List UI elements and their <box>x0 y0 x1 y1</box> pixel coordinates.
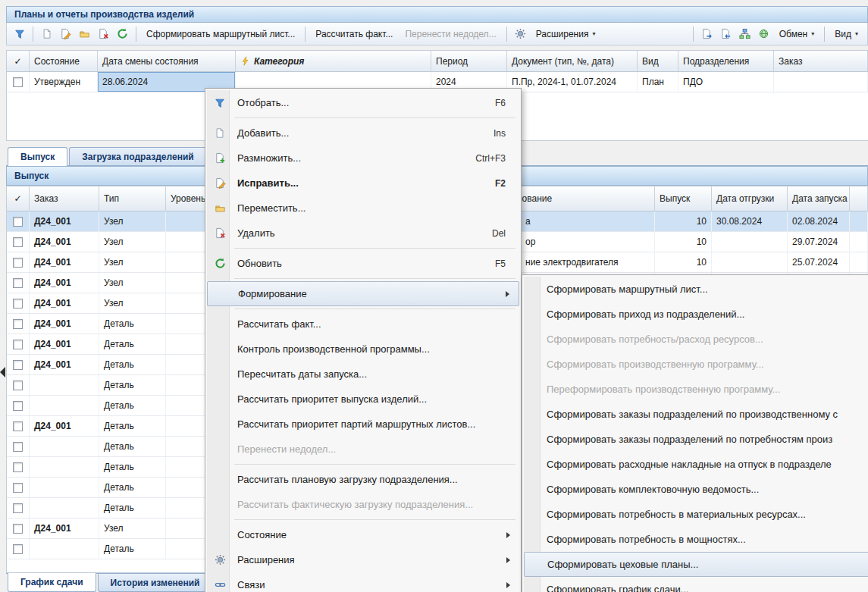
column-header-document[interactable]: Документ (тип, №, дата) <box>507 51 638 71</box>
row-select-cell[interactable] <box>7 457 30 477</box>
menu-item-peremestit[interactable]: Переместить... <box>207 196 519 221</box>
make-route-sheet-button[interactable]: Сформировать маршрутный лист... <box>141 26 300 42</box>
row-checkbox[interactable] <box>13 421 23 431</box>
row-select-cell[interactable] <box>7 314 30 334</box>
import-document-icon[interactable] <box>717 26 735 42</box>
row-checkbox[interactable] <box>13 237 23 247</box>
row-select-cell[interactable] <box>7 252 30 272</box>
menu-item-svyazi[interactable]: Связи <box>207 572 519 592</box>
submenu-item-potrebnost-moshchnosti[interactable]: Сформировать потребность в мощностях... <box>524 527 868 552</box>
row-checkbox[interactable] <box>13 524 23 534</box>
refresh-icon[interactable] <box>114 26 131 42</box>
row-select-cell[interactable] <box>7 273 30 293</box>
menu-separator <box>234 464 515 465</box>
view-button[interactable]: Вид ▾ <box>829 26 863 42</box>
calc-fact-button[interactable]: Рассчитать факт... <box>310 26 398 42</box>
column-header-category[interactable]: Категория <box>236 51 431 71</box>
tab-vypusk[interactable]: Выпуск <box>8 147 67 166</box>
column-header-ship-date[interactable]: Дата отгрузки <box>712 186 788 211</box>
menu-item-formirovanie[interactable]: Формирование <box>207 281 519 306</box>
row-select-cell[interactable] <box>7 518 30 538</box>
submenu-item-potrebnost-materialnye-resursy[interactable]: Сформировать потребность в материальных … <box>524 502 868 527</box>
menu-item-obnovit[interactable]: Обновить F5 <box>207 251 519 276</box>
row-select-cell[interactable] <box>7 211 30 231</box>
row-checkbox[interactable] <box>13 503 23 513</box>
splitter-collapse-arrow[interactable] <box>0 367 5 377</box>
tab-grafik-sdachi[interactable]: График сдачи <box>8 573 96 592</box>
export-document-icon[interactable] <box>698 26 716 42</box>
row-checkbox[interactable] <box>13 442 23 452</box>
row-checkbox[interactable] <box>13 544 23 554</box>
tab-istoriya-izmeneniy[interactable]: История изменений <box>98 574 212 592</box>
menu-item-sostoyanie[interactable]: Состояние <box>207 522 519 547</box>
row-checkbox[interactable] <box>13 278 23 288</box>
column-header-type[interactable]: Тип <box>99 186 166 211</box>
row-select-cell[interactable] <box>7 72 30 92</box>
row-select-cell[interactable] <box>7 437 30 456</box>
column-header-state[interactable]: Состояние <box>30 51 98 71</box>
row-checkbox[interactable] <box>13 360 23 370</box>
row-select-cell[interactable] <box>7 416 30 436</box>
row-select-cell[interactable] <box>7 293 30 313</box>
add-document-icon[interactable] <box>38 26 55 42</box>
menu-item-rasshireniya[interactable]: Расширения <box>207 547 519 572</box>
exchange-globe-icon[interactable] <box>755 26 772 42</box>
row-checkbox[interactable] <box>13 401 23 411</box>
submenu-item-tsehovye-plany[interactable]: Сформировать цеховые планы... <box>524 552 868 577</box>
submenu-item-grafik-sdachi[interactable]: Сформировать график сдачи... <box>524 577 868 592</box>
row-select-cell[interactable] <box>7 375 30 395</box>
menu-item-ispravit[interactable]: Исправить... F2 <box>207 171 519 196</box>
row-checkbox[interactable] <box>13 217 23 227</box>
column-header-kind[interactable]: Вид <box>638 51 678 71</box>
submenu-item-marshrutny-list[interactable]: Сформировать маршрутный лист... <box>524 277 868 302</box>
row-checkbox[interactable] <box>13 299 23 309</box>
menu-item-prioritet-partiy[interactable]: Рассчитать приоритет партий маршрутных л… <box>207 412 519 437</box>
row-select-cell[interactable] <box>7 334 30 354</box>
edit-document-icon[interactable] <box>57 26 74 42</box>
row-checkbox[interactable] <box>13 319 23 329</box>
column-header-launch-date[interactable]: Дата запуска <box>788 186 850 211</box>
row-checkbox[interactable] <box>13 340 23 349</box>
row-select-cell[interactable] <box>7 539 30 559</box>
submenu-item-zakazy-po-potrebnostyam[interactable]: Сформировать заказы подразделений по пот… <box>524 427 868 452</box>
submenu-item-komplektovochnaya-vedomost[interactable]: Сформировать комплектовочную ведомость..… <box>524 477 868 502</box>
menu-item-rasschitat-fakt[interactable]: Рассчитать факт... <box>207 312 519 337</box>
move-folder-icon[interactable] <box>76 26 93 42</box>
menu-item-pereschitat-daty[interactable]: Пересчитать даты запуска... <box>207 362 519 387</box>
row-select-cell[interactable] <box>7 232 30 252</box>
menu-item-udalit[interactable]: Удалить Del <box>207 221 519 246</box>
submenu-item-zakazy-po-proizvodstvennomu[interactable]: Сформировать заказы подразделений по про… <box>524 402 868 427</box>
menu-item-otobrat[interactable]: Отобрать... F6 <box>207 90 519 115</box>
menu-item-razmnozhit[interactable]: Размножить... Ctrl+F3 <box>207 146 519 171</box>
extensions-button[interactable]: Расширения ▾ <box>531 26 601 42</box>
column-header-output[interactable]: Выпуск <box>655 186 712 211</box>
submenu-item-rashodnye-nakladnye[interactable]: Сформировать расходные накладные на отпу… <box>524 452 868 477</box>
menu-item-dobavit[interactable]: Добавить... Ins <box>207 121 519 146</box>
filter-icon[interactable] <box>11 26 28 42</box>
delete-document-icon[interactable] <box>95 26 112 42</box>
column-header-order[interactable]: Заказ <box>30 186 99 211</box>
column-header-check[interactable]: ✓ <box>7 51 30 71</box>
column-header-period[interactable]: Период <box>431 51 507 71</box>
menu-item-planovaya-zagruzka[interactable]: Рассчитать плановую загрузку подразделен… <box>207 467 519 492</box>
extensions-gear-icon[interactable] <box>512 26 529 42</box>
structure-icon[interactable] <box>736 26 754 42</box>
menu-item-prioritet-vypuska[interactable]: Рассчитать приоритет выпуска изделий... <box>207 387 519 412</box>
row-checkbox[interactable] <box>13 462 23 472</box>
column-header-departments[interactable]: Подразделения <box>678 51 774 71</box>
row-checkbox[interactable] <box>13 381 23 390</box>
row-select-cell[interactable] <box>7 478 30 497</box>
row-select-cell[interactable] <box>7 355 30 374</box>
row-select-cell[interactable] <box>7 396 30 415</box>
submenu-item-prihod-iz-podrazdeleniy[interactable]: Сформировать приход из подразделений... <box>524 302 868 327</box>
menu-item-kontrol-programmy[interactable]: Контроль производственной программы... <box>207 337 519 362</box>
column-header-order[interactable]: Заказ <box>774 51 868 71</box>
row-checkbox[interactable] <box>13 483 23 493</box>
tab-zagruzka-podrazdeleniy[interactable]: Загрузка подразделений <box>69 147 206 165</box>
row-checkbox[interactable] <box>13 258 23 268</box>
row-select-cell[interactable] <box>7 498 30 518</box>
row-checkbox[interactable] <box>13 77 23 87</box>
exchange-button[interactable]: Обмен ▾ <box>774 26 820 42</box>
column-header-state-date[interactable]: Дата смены состояния <box>98 51 236 71</box>
column-header-check[interactable]: ✓ <box>7 186 30 211</box>
